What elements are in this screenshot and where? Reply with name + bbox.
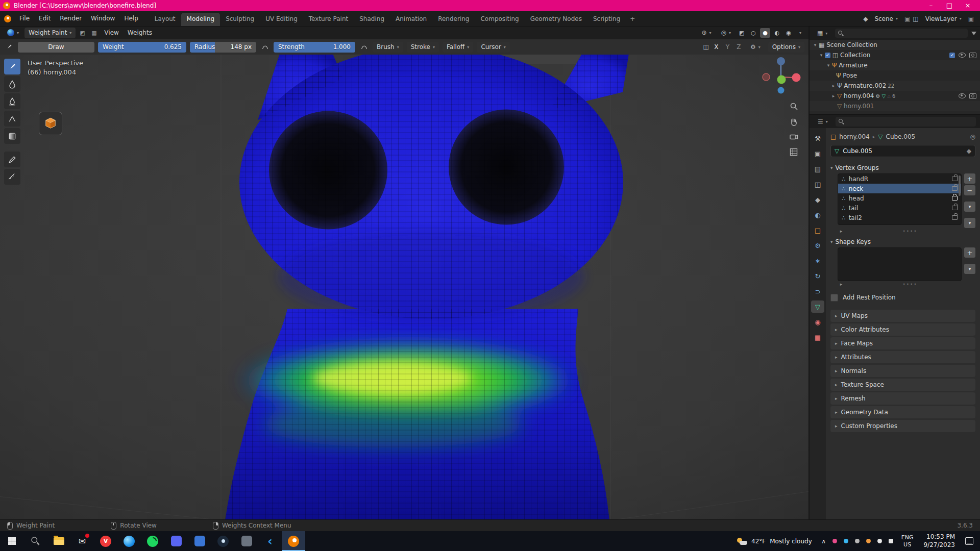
section-color-attributes[interactable]: Color Attributes [830,323,975,336]
lock-closed-icon[interactable] [952,196,958,201]
action-center-button[interactable] [961,537,978,545]
properties-search-input[interactable] [836,117,976,127]
tray-icon-1[interactable] [829,539,841,543]
filter-expand-icon[interactable] [838,282,845,287]
tab-view-layer[interactable]: ◫ [811,178,824,190]
add-vertex-group-button[interactable]: + [964,173,975,184]
taskbar-search-button[interactable] [23,531,47,551]
brush-preview-thumbnail[interactable] [39,112,62,135]
start-button[interactable] [0,531,23,551]
vertex-groups-panel-header[interactable]: Vertex Groups [830,162,975,173]
section-custom-properties[interactable]: Custom Properties [830,420,975,432]
section-face-maps[interactable]: Face Maps [830,337,975,349]
mode-dropdown[interactable]: Weight Paint [24,28,76,38]
tab-physics[interactable]: ↻ [811,270,824,282]
workspace-tab-uv-editing[interactable]: UV Editing [260,13,303,26]
breadcrumb-object[interactable]: horny.004 [839,133,869,140]
titlebar[interactable]: Blender [C:\Users\awv\blender\bonefire.b… [0,0,980,11]
tool-average[interactable] [4,93,20,109]
remove-vertex-group-button[interactable]: − [964,185,975,195]
add-rest-position-checkbox[interactable] [830,294,838,302]
tab-world[interactable]: ◐ [811,209,824,221]
brush-dropdown[interactable]: Brush [373,42,403,53]
shading-solid-button[interactable]: ● [760,28,770,38]
vertex-groups-list[interactable]: handR neck head [838,173,962,225]
tab-tool[interactable]: ⚒ [811,132,824,144]
workspace-tab-scripting[interactable]: Scripting [587,13,626,26]
shading-rendered-button[interactable]: ◉ [783,28,794,38]
expand-icon[interactable] [830,93,837,98]
pan-hand-icon[interactable] [789,117,798,126]
shield-icon[interactable] [967,147,971,155]
list-resize-grip[interactable]: •••• [830,281,975,287]
mirror-z-toggle[interactable]: Z [735,43,743,51]
snap-settings-dropdown[interactable] [746,42,765,53]
falloff-dropdown[interactable]: Falloff [443,42,473,53]
section-remesh[interactable]: Remesh [830,392,975,405]
view-menu[interactable]: View [101,27,122,39]
workspace-tab-shading[interactable]: Shading [354,13,390,26]
move-vertex-group-down-button[interactable]: ▾ [964,218,975,228]
weight-slider[interactable]: Weight 0.625 [98,42,186,53]
navigation-gizmo[interactable] [760,56,802,98]
strength-slider[interactable]: Strength 1.000 [274,42,355,53]
gizmos-dropdown[interactable] [697,28,715,38]
tab-object-data[interactable]: ▽ [811,300,824,313]
vertex-group-item[interactable]: handR [838,174,961,184]
section-geometry-data[interactable]: Geometry Data [830,406,975,418]
radius-slider[interactable]: Radius 148 px [190,42,256,53]
menu-window[interactable]: Window [86,11,119,26]
camera-view-icon[interactable] [789,132,798,141]
vertex-group-item[interactable]: head [838,193,961,203]
taskbar-browser[interactable] [117,531,141,551]
lock-open-icon[interactable] [952,215,958,220]
lock-open-icon[interactable] [952,186,958,191]
viewport-canvas[interactable]: User Perspective (66) horny.004 [0,55,808,519]
vertex-group-item[interactable]: tail2 [838,213,961,222]
shading-material-button[interactable]: ◐ [772,28,782,38]
tab-particles[interactable]: ∗ [811,255,824,267]
workspace-tab-sculpting[interactable]: Sculpting [220,13,260,26]
options-dropdown[interactable]: Options [768,42,804,53]
vertex-group-item[interactable]: tail [838,203,961,213]
section-texture-space[interactable]: Texture Space [830,379,975,391]
expand-icon[interactable] [830,83,837,88]
workspace-tab-modeling[interactable]: Modeling [181,13,220,26]
expand-icon[interactable] [812,42,819,47]
outliner-row-armature-002[interactable]: Armature.002 22 [810,81,980,91]
taskbar-mail[interactable]: ✉ [70,531,94,551]
radius-pressure-icon[interactable] [260,42,270,52]
menu-file[interactable]: File [15,11,34,26]
outliner-search-input[interactable] [835,29,968,38]
tab-object[interactable]: □ [811,224,824,236]
taskbar-clock[interactable]: 10:53 PM 9/27/2023 [918,533,961,549]
properties-editor-type-dropdown[interactable]: ☰ [814,116,832,127]
workspace-tab-compositing[interactable]: Compositing [475,13,524,26]
outliner-row-scene-collection[interactable]: Scene Collection [810,40,980,50]
tray-chevron-icon[interactable]: ∧ [818,538,829,545]
camera-icon[interactable] [969,93,976,99]
tray-icon-3[interactable] [852,539,863,543]
outliner-row-horny-001[interactable]: horny.001 [810,101,980,111]
exclude-checkbox[interactable] [949,53,955,58]
zoom-icon[interactable] [789,102,798,111]
expand-icon[interactable] [818,53,825,58]
vertex-group-specials-menu[interactable]: ▾ [964,202,975,212]
tab-modifiers[interactable]: ⚙ [811,239,824,252]
tab-scene[interactable]: ◆ [811,193,824,206]
pin-icon[interactable] [970,133,975,140]
taskbar-steam[interactable] [211,531,235,551]
menu-help[interactable]: Help [119,11,142,26]
workspace-tab-geometry-nodes[interactable]: Geometry Nodes [525,13,587,26]
lock-open-icon[interactable] [952,177,958,181]
expand-icon[interactable] [825,63,832,68]
xray-toggle[interactable] [737,28,747,38]
shading-dropdown[interactable] [795,28,805,38]
section-attributes[interactable]: Attributes [830,351,975,363]
taskbar-app-purple[interactable] [164,531,188,551]
taskbar-spotify[interactable] [141,531,164,551]
list-resize-grip[interactable]: •••• [830,228,975,234]
section-uv-maps[interactable]: UV Maps [830,310,975,322]
taskbar-vivaldi[interactable]: V [94,531,117,551]
eye-icon[interactable] [959,93,966,98]
